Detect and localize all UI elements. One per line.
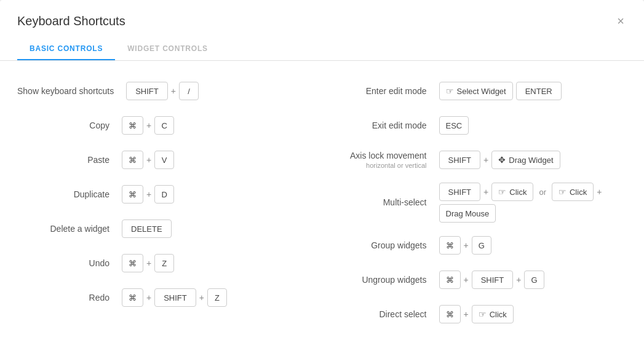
- key-select-widget: ☞ Select Widget: [439, 82, 513, 100]
- key-cmd: ⌘: [122, 288, 143, 307]
- key-g: G: [472, 236, 491, 255]
- plus-icon: +: [597, 187, 602, 197]
- key-esc: ESC: [439, 116, 469, 135]
- modal-header: Keyboard Shortcuts ×: [0, 0, 644, 30]
- key-shift: SHIFT: [126, 82, 168, 100]
- key-click: ☞ Click: [491, 183, 533, 201]
- key-text: Click: [490, 310, 507, 319]
- shortcut-label: Delete a widget: [17, 223, 122, 234]
- tab-widget-controls[interactable]: WIDGET CONTROLS: [115, 38, 220, 60]
- key-z: Z: [154, 254, 174, 272]
- key-combo: SHIFT + ✥ Drag Widget: [439, 151, 560, 169]
- key-combo: ⌘ + G: [439, 236, 491, 255]
- plus-icon: +: [483, 155, 488, 165]
- shortcut-paste: Paste ⌘ + V: [17, 148, 322, 172]
- key-cmd: ⌘: [439, 236, 461, 255]
- key-combo: ESC: [439, 116, 469, 135]
- plus-icon: +: [171, 86, 176, 96]
- modal-title: Keyboard Shortcuts: [17, 14, 125, 28]
- key-shift: SHIFT: [472, 271, 514, 289]
- shortcut-group: Group widgets ⌘ + G: [322, 234, 627, 257]
- or-separator: or: [536, 188, 549, 197]
- shortcut-ungroup: Ungroup widgets ⌘ + SHIFT + G: [322, 268, 627, 291]
- shortcut-direct-select: Direct select ⌘ + ☞ Click: [322, 302, 627, 326]
- key-cmd: ⌘: [122, 254, 143, 272]
- key-text: Drag Widget: [509, 156, 553, 165]
- key-combo: ⌘ + D: [122, 185, 174, 204]
- key-cmd: ⌘: [122, 185, 143, 204]
- plus-icon: +: [146, 293, 151, 302]
- key-delete: DELETE: [122, 219, 172, 238]
- shortcut-redo: Redo ⌘ + SHIFT + Z: [17, 286, 322, 309]
- plus-icon: +: [146, 155, 151, 165]
- plus-icon: +: [483, 187, 488, 197]
- cursor-icon: ☞: [446, 86, 454, 96]
- key-g: G: [524, 271, 544, 289]
- key-combo: SHIFT + ☞ Click or ☞ Click + Drag Mouse: [439, 183, 627, 223]
- plus-icon: +: [146, 258, 151, 268]
- shortcut-undo: Undo ⌘ + Z: [17, 251, 322, 275]
- key-cmd: ⌘: [122, 116, 143, 135]
- shortcut-duplicate: Duplicate ⌘ + D: [17, 183, 322, 206]
- key-cmd: ⌘: [439, 305, 461, 323]
- drag-icon: ✥: [498, 155, 506, 165]
- shortcut-enter-edit: Enter edit mode ☞ Select Widget ENTER: [322, 79, 627, 103]
- cursor-icon: ☞: [479, 309, 487, 319]
- key-combo: ⌘ + ☞ Click: [439, 305, 514, 323]
- key-drag-mouse: Drag Mouse: [439, 204, 496, 223]
- key-click: ☞ Click: [472, 305, 514, 323]
- key-shift: SHIFT: [154, 288, 196, 307]
- key-text: Click: [509, 188, 527, 197]
- shortcut-label: Exit edit mode: [322, 120, 439, 131]
- key-combo: ⌘ + V: [122, 151, 174, 169]
- shortcuts-content: Show keyboard shortcuts SHIFT + / Copy ⌘…: [0, 61, 644, 340]
- key-combo: ☞ Select Widget ENTER: [439, 82, 562, 100]
- key-combo: ⌘ + C: [122, 116, 174, 135]
- shortcut-label: Paste: [17, 154, 122, 165]
- shortcut-label: Group widgets: [322, 240, 439, 251]
- shortcut-label: Ungroup widgets: [322, 274, 439, 285]
- shortcut-label: Redo: [17, 292, 122, 303]
- plus-icon: +: [146, 121, 151, 130]
- key-combo: ⌘ + SHIFT + G: [439, 271, 544, 289]
- plus-icon: +: [516, 275, 521, 285]
- key-click-2: ☞ Click: [552, 183, 594, 201]
- shortcut-label: Multi-select: [322, 197, 439, 208]
- left-column: Show keyboard shortcuts SHIFT + / Copy ⌘…: [17, 79, 322, 337]
- key-c: C: [154, 116, 174, 135]
- key-z: Z: [207, 288, 227, 307]
- plus-icon: +: [464, 240, 469, 250]
- plus-icon: +: [464, 309, 469, 319]
- shortcut-label: Undo: [17, 258, 122, 269]
- shortcut-multiselect: Multi-select SHIFT + ☞ Click or ☞ Click …: [322, 183, 627, 223]
- key-combo: ⌘ + SHIFT + Z: [122, 288, 227, 307]
- key-shift: SHIFT: [439, 151, 481, 169]
- tab-bar: BASIC CONTROLS WIDGET CONTROLS: [0, 38, 644, 61]
- key-combo: ⌘ + Z: [122, 254, 174, 272]
- right-column: Enter edit mode ☞ Select Widget ENTER Ex…: [322, 79, 627, 337]
- shortcut-label: Copy: [17, 120, 122, 131]
- key-drag-widget: ✥ Drag Widget: [491, 151, 560, 169]
- shortcut-label: Enter edit mode: [322, 85, 439, 97]
- shortcut-exit-edit: Exit edit mode ESC: [322, 114, 627, 137]
- key-cmd: ⌘: [122, 151, 143, 169]
- plus-icon: +: [146, 189, 151, 199]
- plus-icon: +: [199, 293, 204, 302]
- keyboard-shortcuts-modal: Keyboard Shortcuts × BASIC CONTROLS WIDG…: [0, 0, 644, 340]
- shortcut-label: Duplicate: [17, 189, 122, 200]
- close-button[interactable]: ×: [614, 12, 627, 30]
- cursor-icon: ☞: [559, 187, 566, 197]
- tab-basic-controls[interactable]: BASIC CONTROLS: [17, 38, 115, 60]
- shortcut-label: Show keyboard shortcuts: [17, 85, 126, 97]
- key-cmd: ⌘: [439, 271, 461, 289]
- shortcut-axis-lock: Axis lock movement horizontal or vertica…: [322, 148, 627, 172]
- shortcut-show-keyboard: Show keyboard shortcuts SHIFT + /: [17, 79, 322, 103]
- shortcut-sublabel: horizontal or vertical: [322, 161, 427, 170]
- cursor-icon: ☞: [498, 187, 506, 197]
- key-shift: SHIFT: [439, 183, 481, 201]
- key-slash: /: [179, 82, 199, 100]
- plus-icon: +: [464, 275, 469, 285]
- key-text: Select Widget: [457, 87, 506, 96]
- key-text: Click: [570, 188, 587, 197]
- shortcut-label: Direct select: [322, 309, 439, 320]
